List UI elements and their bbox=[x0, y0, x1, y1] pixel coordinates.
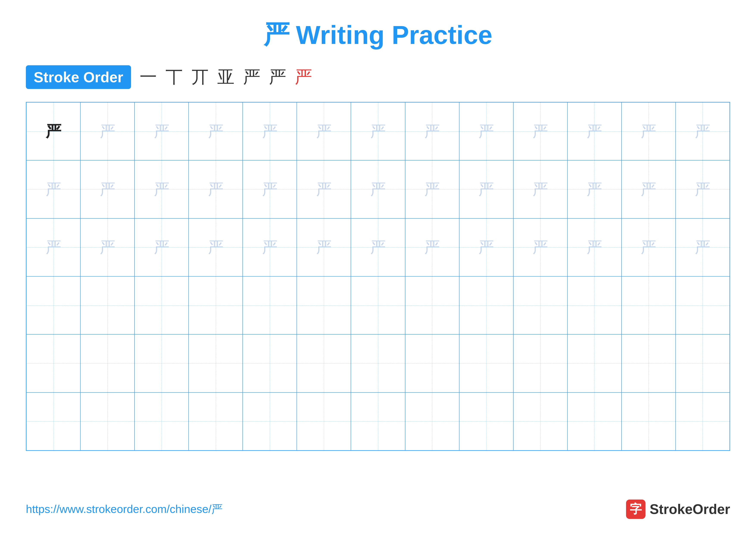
grid-cell[interactable]: 严 bbox=[189, 102, 243, 160]
grid-cell[interactable]: 严 bbox=[405, 160, 459, 218]
grid-cell[interactable]: 严 bbox=[676, 160, 730, 218]
grid-cell[interactable]: 严 bbox=[297, 218, 351, 276]
grid-cell[interactable] bbox=[459, 334, 513, 392]
grid-cell[interactable]: 严 bbox=[459, 160, 513, 218]
grid-cell[interactable] bbox=[134, 276, 189, 334]
grid-cell[interactable]: 严 bbox=[676, 102, 730, 160]
stroke-step-3: 丌 bbox=[191, 65, 209, 89]
title-section: 严 Writing Practice bbox=[26, 17, 730, 52]
footer-url[interactable]: https://www.strokeorder.com/chinese/严 bbox=[26, 502, 223, 517]
title-character: 严 bbox=[263, 17, 289, 52]
grid-cell[interactable]: 严 bbox=[351, 102, 405, 160]
grid-cell[interactable] bbox=[567, 334, 622, 392]
grid-cell[interactable] bbox=[134, 334, 189, 392]
stroke-step-6: 严 bbox=[269, 65, 286, 89]
grid-cell[interactable]: 严 bbox=[351, 218, 405, 276]
grid-cell[interactable] bbox=[26, 334, 80, 392]
grid-cell[interactable]: 严 bbox=[676, 218, 730, 276]
stroke-order-badge: Stroke Order bbox=[26, 65, 131, 89]
footer-logo: 字 StrokeOrder bbox=[626, 499, 730, 519]
grid-cell[interactable]: 严 bbox=[405, 102, 459, 160]
stroke-step-7: 严 bbox=[295, 65, 312, 89]
grid-cell[interactable]: 严 bbox=[80, 160, 134, 218]
grid-cell[interactable]: 严 bbox=[134, 218, 189, 276]
grid-cell[interactable]: 严 bbox=[297, 160, 351, 218]
grid-cell[interactable]: 严 bbox=[351, 160, 405, 218]
grid-cell[interactable] bbox=[459, 393, 513, 450]
stroke-step-4: 亚 bbox=[217, 65, 234, 89]
grid-cell[interactable]: 严 bbox=[297, 102, 351, 160]
grid-cell[interactable]: 严 bbox=[513, 218, 567, 276]
grid-cell[interactable] bbox=[567, 276, 622, 334]
grid-cell[interactable] bbox=[134, 393, 189, 450]
grid-cell[interactable] bbox=[459, 276, 513, 334]
grid-cell[interactable]: 严 bbox=[567, 218, 622, 276]
grid-cell[interactable] bbox=[351, 276, 405, 334]
grid-cell[interactable]: 严 bbox=[189, 160, 243, 218]
page: 严 Writing Practice Stroke Order 一 丅 丌 亚 … bbox=[0, 0, 756, 534]
grid-cell[interactable] bbox=[405, 393, 459, 450]
grid-cell[interactable]: 严 bbox=[26, 160, 80, 218]
grid-cell[interactable]: 严 bbox=[26, 102, 80, 160]
grid-cell[interactable] bbox=[351, 334, 405, 392]
grid-cell[interactable]: 严 bbox=[405, 218, 459, 276]
grid-cell[interactable]: 严 bbox=[567, 160, 622, 218]
logo-icon: 字 bbox=[626, 499, 645, 519]
grid-cell[interactable] bbox=[297, 276, 351, 334]
grid-cell[interactable] bbox=[80, 393, 134, 450]
logo-text: StrokeOrder bbox=[650, 501, 730, 517]
grid-cell[interactable] bbox=[676, 334, 730, 392]
grid-cell[interactable]: 严 bbox=[189, 218, 243, 276]
grid-cell[interactable] bbox=[676, 276, 730, 334]
grid-cell[interactable] bbox=[243, 276, 297, 334]
grid-cell[interactable] bbox=[567, 393, 622, 450]
grid-cell[interactable] bbox=[243, 393, 297, 450]
grid-cell[interactable] bbox=[26, 393, 80, 450]
grid-cell[interactable] bbox=[676, 393, 730, 450]
grid-cell[interactable]: 严 bbox=[80, 102, 134, 160]
grid-cell[interactable] bbox=[189, 276, 243, 334]
grid-cell[interactable] bbox=[297, 334, 351, 392]
grid-cell[interactable]: 严 bbox=[26, 218, 80, 276]
grid-cell[interactable]: 严 bbox=[134, 102, 189, 160]
grid-cell[interactable] bbox=[622, 393, 676, 450]
footer: https://www.strokeorder.com/chinese/严 字 … bbox=[26, 499, 730, 519]
grid-cell[interactable]: 严 bbox=[459, 102, 513, 160]
grid-cell[interactable] bbox=[513, 276, 567, 334]
grid-cell[interactable] bbox=[26, 276, 80, 334]
stroke-step-5: 严 bbox=[243, 65, 260, 89]
stroke-step-2: 丅 bbox=[166, 65, 183, 89]
page-title: 严 Writing Practice bbox=[26, 17, 730, 52]
grid-cell[interactable] bbox=[513, 393, 567, 450]
grid-cell[interactable] bbox=[405, 334, 459, 392]
grid-cell[interactable]: 严 bbox=[80, 218, 134, 276]
title-text: Writing Practice bbox=[296, 20, 492, 50]
stroke-step-1: 一 bbox=[140, 65, 157, 89]
grid-cell[interactable] bbox=[622, 334, 676, 392]
stroke-steps: 一 丅 丌 亚 严 严 严 bbox=[140, 65, 312, 89]
grid-cell[interactable]: 严 bbox=[243, 218, 297, 276]
grid-cell[interactable] bbox=[243, 334, 297, 392]
grid-cell[interactable]: 严 bbox=[243, 102, 297, 160]
grid-cell[interactable]: 严 bbox=[513, 160, 567, 218]
grid-cell[interactable] bbox=[622, 276, 676, 334]
grid-cell[interactable]: 严 bbox=[622, 102, 676, 160]
grid-cell[interactable] bbox=[513, 334, 567, 392]
grid-cell[interactable]: 严 bbox=[243, 160, 297, 218]
grid-cell[interactable]: 严 bbox=[513, 102, 567, 160]
grid-cell[interactable] bbox=[80, 276, 134, 334]
grid-cell[interactable]: 严 bbox=[622, 160, 676, 218]
grid-cell[interactable] bbox=[405, 276, 459, 334]
grid-cell[interactable] bbox=[189, 393, 243, 450]
grid-cell[interactable]: 严 bbox=[459, 218, 513, 276]
grid-cell[interactable]: 严 bbox=[567, 102, 622, 160]
stroke-order-section: Stroke Order 一 丅 丌 亚 严 严 严 bbox=[26, 65, 730, 89]
grid-cell[interactable] bbox=[80, 334, 134, 392]
grid-cell[interactable] bbox=[297, 393, 351, 450]
grid-cell[interactable] bbox=[189, 334, 243, 392]
grid-cell[interactable] bbox=[351, 393, 405, 450]
grid-cell[interactable]: 严 bbox=[134, 160, 189, 218]
grid-cell[interactable]: 严 bbox=[622, 218, 676, 276]
practice-grid[interactable]: 严严严严严严严严严严严严严严严严严严严严严严严严严严严严严严严严严严严严严严严 bbox=[26, 102, 730, 451]
